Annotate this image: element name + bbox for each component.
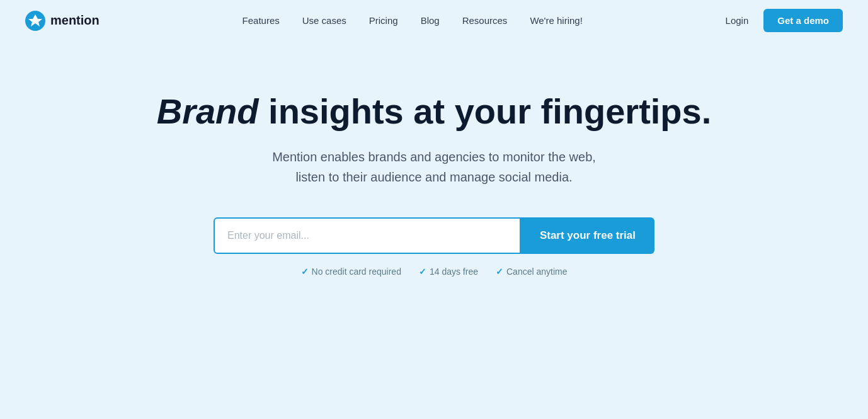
mention-logo-icon [25, 11, 45, 31]
checkmark-icon-1: ✓ [301, 267, 309, 277]
email-input[interactable] [214, 217, 521, 254]
hero-title-rest: insights at your fingertips. [259, 91, 712, 131]
nav-use-cases[interactable]: Use cases [302, 15, 346, 26]
cta-form: Start your free trial [214, 217, 654, 254]
hero-subtitle: Mention enables brands and agencies to m… [264, 147, 604, 187]
trust-badge-cancel-text: Cancel anytime [506, 267, 568, 277]
navbar-right: Login Get a demo [726, 9, 843, 32]
get-demo-button[interactable]: Get a demo [763, 9, 843, 32]
checkmark-icon-3: ✓ [496, 267, 503, 277]
start-trial-button[interactable]: Start your free trial [521, 217, 654, 254]
navbar: mention Features Use cases Pricing Blog … [0, 0, 868, 41]
nav-resources[interactable]: Resources [462, 15, 508, 26]
nav-links: Features Use cases Pricing Blog Resource… [243, 15, 583, 26]
trust-badges: ✓ No credit card required ✓ 14 days free… [301, 267, 568, 277]
hero-title-italic: Brand [157, 91, 259, 131]
login-link[interactable]: Login [726, 15, 749, 26]
nav-hiring[interactable]: We're hiring! [530, 15, 582, 26]
nav-blog[interactable]: Blog [421, 15, 440, 26]
checkmark-icon-2: ✓ [419, 267, 426, 277]
trust-badge-no-credit-text: No credit card required [312, 267, 401, 277]
trust-badge-14-days-text: 14 days free [430, 267, 478, 277]
nav-pricing[interactable]: Pricing [369, 15, 398, 26]
hero-section: Brand insights at your fingertips. Menti… [0, 41, 868, 314]
logo-area: mention [25, 11, 100, 31]
trust-badge-no-credit: ✓ No credit card required [301, 267, 401, 277]
hero-title: Brand insights at your fingertips. [157, 91, 712, 132]
logo-text: mention [50, 13, 100, 28]
nav-features[interactable]: Features [243, 15, 280, 26]
trust-badge-14-days: ✓ 14 days free [419, 267, 478, 277]
trust-badge-cancel: ✓ Cancel anytime [496, 267, 568, 277]
